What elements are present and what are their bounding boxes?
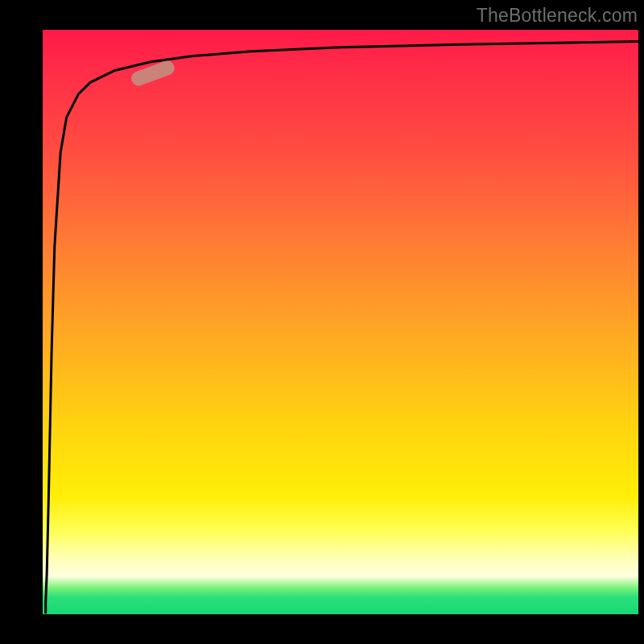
watermark-text: TheBottleneck.com	[477, 5, 638, 27]
curve-layer	[43, 30, 638, 614]
bottleneck-curve	[46, 42, 638, 613]
chart-frame: TheBottleneck.com	[0, 0, 644, 644]
